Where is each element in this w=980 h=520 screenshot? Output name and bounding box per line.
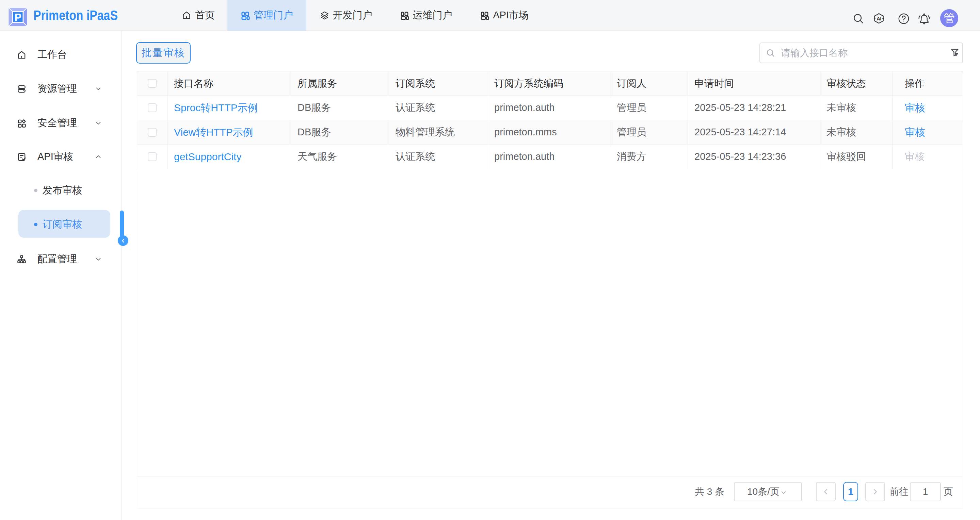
svg-text:P: P <box>14 11 21 24</box>
svg-text:AI: AI <box>877 16 881 21</box>
